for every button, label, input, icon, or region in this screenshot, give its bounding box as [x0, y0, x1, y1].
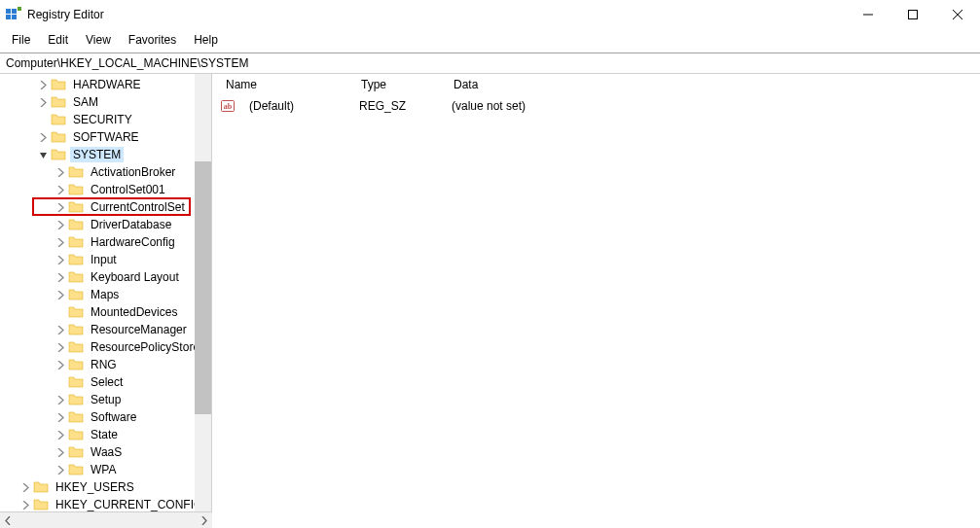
folder-icon — [68, 427, 84, 442]
chevron-right-icon[interactable] — [53, 427, 68, 442]
tree-item-resourcepolicystore[interactable]: ResourcePolicyStore — [0, 338, 195, 356]
tree-view[interactable]: HARDWARE SAM SECURITY SOFTWARE SYSTEM — [0, 74, 195, 511]
folder-icon — [51, 112, 66, 127]
tree-item-state[interactable]: State — [0, 426, 195, 443]
svg-rect-6 — [909, 11, 918, 19]
list-row-default[interactable]: ab (Default) REG_SZ (value not set) — [212, 97, 980, 115]
chevron-right-icon[interactable] — [53, 217, 68, 232]
tree-item-select[interactable]: Select — [0, 373, 195, 391]
tree-label: State — [88, 427, 121, 442]
tree-label: ActivationBroker — [88, 164, 178, 180]
scrollbar-thumb[interactable] — [195, 161, 211, 414]
tree-item-hardwareconfig[interactable]: HardwareConfig — [0, 233, 195, 251]
chevron-right-icon[interactable] — [53, 234, 68, 250]
chevron-right-icon[interactable] — [35, 77, 51, 92]
scrollbar-track[interactable] — [17, 512, 196, 528]
cell-name: (Default) — [241, 99, 351, 113]
chevron-right-icon[interactable] — [18, 479, 33, 495]
chevron-right-icon[interactable] — [53, 339, 68, 355]
chevron-right-icon[interactable] — [53, 392, 68, 407]
folder-icon — [68, 409, 84, 425]
tree-item-keyboardlayout[interactable]: Keyboard Layout — [0, 268, 195, 286]
chevron-right-icon[interactable] — [53, 322, 68, 337]
chevron-right-icon[interactable] — [18, 497, 33, 511]
folder-icon — [68, 339, 84, 355]
menu-edit[interactable]: Edit — [40, 31, 76, 49]
menu-view[interactable]: View — [78, 31, 119, 49]
expander-empty — [35, 112, 51, 127]
tree-label: SYSTEM — [70, 147, 124, 162]
tree-item-security[interactable]: SECURITY — [0, 111, 195, 128]
svg-rect-4 — [18, 7, 21, 11]
chevron-right-icon[interactable] — [35, 129, 51, 145]
tree-item-software[interactable]: SOFTWARE — [0, 128, 195, 146]
tree-item-wpa[interactable]: WPA — [0, 461, 195, 478]
svg-text:ab: ab — [224, 102, 233, 111]
minimize-button[interactable] — [846, 0, 890, 29]
tree-item-hkey-users[interactable]: HKEY_USERS — [0, 478, 195, 496]
tree-item-driverdatabase[interactable]: DriverDatabase — [0, 216, 195, 233]
menu-file[interactable]: File — [4, 31, 38, 49]
tree-label: ResourcePolicyStore — [88, 339, 195, 355]
chevron-right-icon[interactable] — [53, 287, 68, 302]
tree-item-system[interactable]: SYSTEM — [0, 146, 195, 163]
folder-icon — [68, 462, 84, 477]
svg-rect-0 — [6, 9, 11, 14]
tree-item-controlset001[interactable]: ControlSet001 — [0, 181, 195, 198]
svg-rect-1 — [12, 9, 17, 14]
tree-item-currentcontrolset[interactable]: CurrentControlSet — [0, 198, 195, 216]
column-header-data[interactable]: Data — [446, 75, 980, 94]
column-header-type[interactable]: Type — [353, 75, 446, 94]
scroll-right-icon[interactable] — [196, 512, 212, 528]
tree-label: HKEY_CURRENT_CONFIG — [53, 497, 195, 511]
chevron-right-icon[interactable] — [53, 444, 68, 460]
folder-icon — [51, 94, 66, 110]
maximize-button[interactable] — [890, 0, 935, 29]
tree-item-resourcemanager[interactable]: ResourceManager — [0, 321, 195, 338]
tree-item-input[interactable]: Input — [0, 251, 195, 268]
tree-item-activationbroker[interactable]: ActivationBroker — [0, 163, 195, 181]
chevron-right-icon[interactable] — [53, 409, 68, 425]
chevron-right-icon[interactable] — [53, 199, 68, 215]
chevron-right-icon[interactable] — [53, 164, 68, 180]
tree-label: Input — [88, 252, 120, 267]
tree-label: HARDWARE — [70, 77, 144, 92]
values-list[interactable]: Name Type Data ab (Default) REG_SZ (valu… — [212, 74, 980, 511]
folder-icon — [68, 287, 84, 302]
tree-item-rng[interactable]: RNG — [0, 356, 195, 373]
folder-icon — [68, 182, 84, 197]
tree-label: ControlSet001 — [88, 182, 168, 197]
tree-item-waas[interactable]: WaaS — [0, 443, 195, 461]
column-header-name[interactable]: Name — [212, 75, 353, 94]
tree-label: CurrentControlSet — [88, 199, 188, 215]
tree-item-maps[interactable]: Maps — [0, 286, 195, 303]
tree-label: SAM — [70, 94, 101, 110]
tree-item-hkey-current-config[interactable]: HKEY_CURRENT_CONFIG — [0, 496, 195, 511]
chevron-down-icon[interactable] — [35, 147, 51, 162]
horizontal-scrollbar[interactable] — [0, 511, 212, 528]
list-header: Name Type Data — [212, 74, 980, 95]
folder-icon — [51, 129, 66, 145]
tree-label: SOFTWARE — [70, 129, 142, 145]
chevron-right-icon[interactable] — [53, 252, 68, 267]
tree-item-sam[interactable]: SAM — [0, 93, 195, 111]
scroll-left-icon[interactable] — [0, 512, 17, 528]
close-button[interactable] — [935, 0, 980, 29]
chevron-right-icon[interactable] — [53, 357, 68, 372]
folder-icon — [51, 77, 66, 92]
tree-item-mounteddevices[interactable]: MountedDevices — [0, 303, 195, 321]
tree-label: HKEY_USERS — [53, 479, 137, 495]
menu-help[interactable]: Help — [186, 31, 226, 49]
menu-favorites[interactable]: Favorites — [121, 31, 184, 49]
tree-item-hardware[interactable]: HARDWARE — [0, 76, 195, 93]
chevron-right-icon[interactable] — [53, 269, 68, 285]
address-bar[interactable]: Computer\HKEY_LOCAL_MACHINE\SYSTEM — [0, 53, 980, 74]
tree-item-setup[interactable]: Setup — [0, 391, 195, 408]
vertical-scrollbar[interactable] — [195, 74, 211, 511]
chevron-right-icon[interactable] — [53, 462, 68, 477]
chevron-right-icon[interactable] — [53, 182, 68, 197]
chevron-right-icon[interactable] — [35, 94, 51, 110]
folder-icon — [68, 164, 84, 180]
tree-item-software2[interactable]: Software — [0, 408, 195, 426]
tree-label: Maps — [88, 287, 122, 302]
